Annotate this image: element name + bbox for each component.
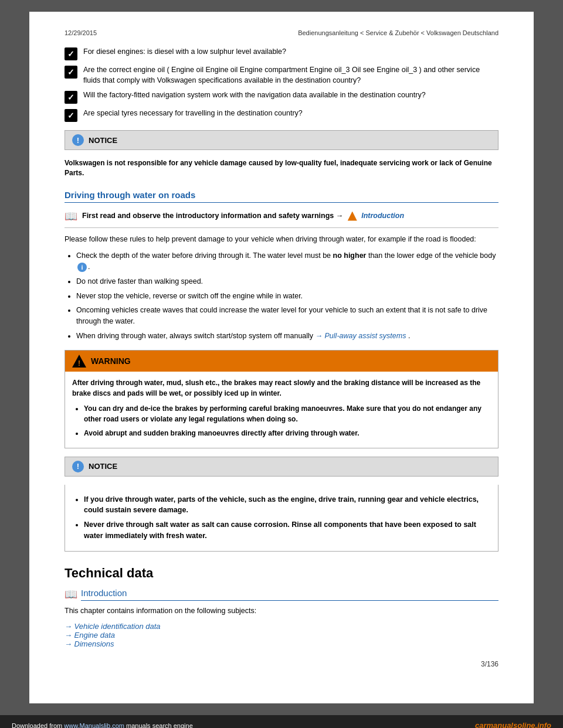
section1-body: Please follow these rules to help preven… bbox=[65, 234, 498, 245]
warning-header: ! WARNING bbox=[65, 351, 498, 372]
warning-bullet-1: You can dry and de-ice the brakes by per… bbox=[84, 403, 491, 424]
bottom-bar: Downloaded from www.Manualslib.com manua… bbox=[0, 715, 563, 728]
warning-triangle-icon bbox=[348, 212, 357, 221]
page-container: 12/29/2015 Bedienungsanleitung < Service… bbox=[29, 12, 534, 703]
notice-bottom-body: If you drive through water, parts of the… bbox=[65, 485, 498, 552]
section2-links: → Vehicle identification data → Engine d… bbox=[65, 622, 498, 648]
intro-label: First read and observe the introductory … bbox=[82, 212, 404, 221]
notice-header-bottom: ! NOTICE bbox=[65, 457, 498, 476]
header-bar: 12/29/2015 Bedienungsanleitung < Service… bbox=[65, 29, 498, 36]
page-number: 3/136 bbox=[65, 660, 498, 668]
header-title: Bedienungsanleitung < Service & Zubehör … bbox=[298, 29, 498, 36]
book-icon: 📖 bbox=[65, 210, 77, 223]
notice-bottom-bullet-2: Never drive through salt water as salt c… bbox=[84, 519, 491, 542]
introduction-link[interactable]: Introduction bbox=[81, 588, 498, 601]
brand-name: carmanualsoline.info bbox=[475, 721, 551, 728]
check-text-4: Are special tyres necessary for travelli… bbox=[83, 108, 498, 119]
warning-triangle-icon: ! bbox=[72, 355, 86, 368]
book-icon-2: 📖 bbox=[65, 588, 77, 601]
link-dimensions[interactable]: → Dimensions bbox=[65, 639, 114, 648]
notice-bottom-bullets: If you drive through water, parts of the… bbox=[84, 494, 491, 542]
intro-row: 📖 First read and observe the introductor… bbox=[65, 210, 498, 228]
check-text-3: Will the factory-fitted navigation syste… bbox=[83, 90, 498, 101]
pull-away-link[interactable]: → Pull-away assist systems bbox=[316, 332, 406, 340]
checkmark-3 bbox=[65, 91, 77, 104]
notice-header-top: ! NOTICE bbox=[65, 131, 498, 149]
check-text-1: For diesel engines: is diesel with a low… bbox=[83, 47, 498, 57]
notice-top-body: Volkswagen is not responsible for any ve… bbox=[65, 158, 498, 178]
check-item-2: Are the correct engine oil ( Engine oil … bbox=[65, 65, 498, 86]
notice-bottom-bullet-1: If you drive through water, parts of the… bbox=[84, 494, 491, 516]
section-heading-technical: Technical data bbox=[65, 566, 498, 581]
bullet-item-3: Never stop the vehicle, reverse or switc… bbox=[76, 291, 498, 302]
warning-bullet-2: Avoid abrupt and sudden braking manoeuvr… bbox=[84, 428, 491, 438]
notice-icon-bottom: ! bbox=[72, 461, 84, 472]
check-item-4: Are special tyres necessary for travelli… bbox=[65, 108, 498, 122]
notice-icon-top: ! bbox=[72, 134, 84, 146]
download-text: Downloaded from www.Manualslib.com manua… bbox=[12, 722, 193, 729]
check-text-2: Are the correct engine oil ( Engine oil … bbox=[83, 65, 498, 86]
notice-label-top: NOTICE bbox=[89, 136, 117, 145]
bullet-item-1: Check the depth of the water before driv… bbox=[76, 250, 498, 273]
warning-label: WARNING bbox=[91, 356, 131, 366]
section2-body: This chapter contains information on the… bbox=[65, 605, 498, 617]
bullet-list-water: Check the depth of the water before driv… bbox=[76, 250, 498, 341]
notice-box-bottom: ! NOTICE bbox=[65, 457, 498, 477]
warning-body: After driving through water, mud, slush … bbox=[65, 372, 498, 448]
bullet-item-5: When driving through water, always switc… bbox=[76, 331, 498, 342]
manualslib-link[interactable]: www.Manualslib.com bbox=[64, 722, 124, 729]
info-circle-icon: i bbox=[77, 263, 87, 272]
link-vehicle-id[interactable]: → Vehicle identification data bbox=[65, 622, 161, 631]
bullet-item-4: Oncoming vehicles create waves that coul… bbox=[76, 305, 498, 327]
bold-no-higher: no higher bbox=[333, 251, 367, 260]
section-heading-water: Driving through water on roads bbox=[65, 190, 498, 203]
check-item-3: Will the factory-fitted navigation syste… bbox=[65, 90, 498, 104]
checkmark-4 bbox=[65, 109, 77, 122]
link-engine-data[interactable]: → Engine data bbox=[65, 631, 115, 639]
notice-box-top: ! NOTICE bbox=[65, 130, 498, 150]
intro-link-row: 📖 Introduction bbox=[65, 588, 498, 601]
checkmark-1 bbox=[65, 47, 77, 60]
warning-bullet-list: You can dry and de-ice the brakes by per… bbox=[84, 403, 491, 438]
checkmark-2 bbox=[65, 66, 77, 79]
header-date: 12/29/2015 bbox=[65, 29, 97, 36]
warning-box: ! WARNING After driving through water, m… bbox=[65, 350, 498, 448]
notice-label-bottom: NOTICE bbox=[89, 462, 117, 471]
bullet-item-2: Do not drive faster than walking speed. bbox=[76, 276, 498, 287]
intro-link[interactable]: Introduction bbox=[361, 212, 404, 220]
checklist-section: For diesel engines: is diesel with a low… bbox=[65, 47, 498, 122]
check-item-1: For diesel engines: is diesel with a low… bbox=[65, 47, 498, 60]
